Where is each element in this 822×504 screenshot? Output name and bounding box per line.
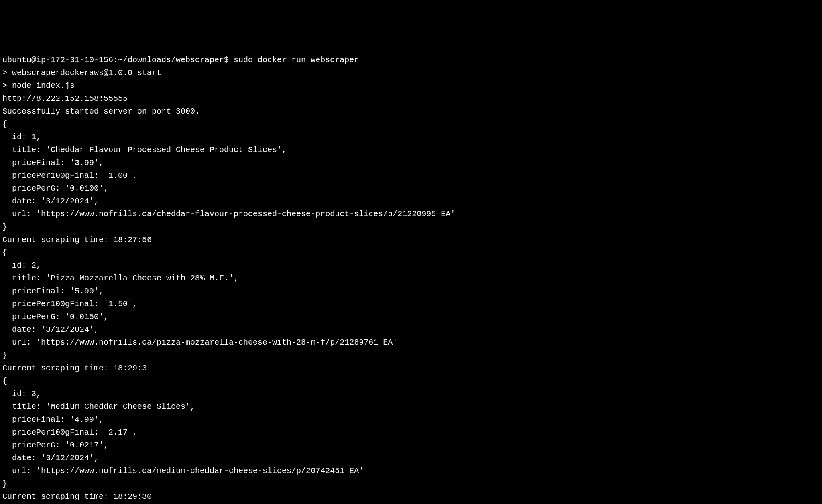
terminal-line: { (2, 246, 820, 259)
terminal-line: pricePer100gFinal: '1.50', (2, 298, 820, 311)
terminal-line: priceFinal: '5.99', (2, 285, 820, 298)
terminal-line: date: '3/12/2024', (2, 452, 820, 465)
terminal-line: } (2, 221, 820, 234)
terminal-line: id: 3, (2, 388, 820, 400)
terminal-line: id: 1, (2, 131, 820, 144)
terminal-line: { (2, 375, 820, 388)
terminal-line: { (2, 118, 820, 131)
terminal-line: pricePer100gFinal: '1.00', (2, 169, 820, 182)
terminal-line: priceFinal: '4.99', (2, 413, 820, 426)
terminal-line: Current scraping time: 18:29:3 (2, 362, 820, 375)
terminal-line: Current scraping time: 18:29:30 (2, 490, 820, 503)
terminal-line: url: 'https://www.nofrills.ca/medium-che… (2, 465, 820, 478)
terminal-line: date: '3/12/2024', (2, 323, 820, 336)
terminal-line: pricePerG: '0.0100', (2, 182, 820, 195)
terminal-line: ubuntu@ip-172-31-10-156:~/downloads/webs… (2, 54, 820, 67)
terminal-line: } (2, 349, 820, 362)
terminal-line: url: 'https://www.nofrills.ca/pizza-mozz… (2, 336, 820, 349)
terminal-line: date: '3/12/2024', (2, 195, 820, 208)
terminal-line: > webscraperdockeraws@1.0.0 start (2, 67, 820, 79)
terminal-line: priceFinal: '3.99', (2, 156, 820, 169)
terminal-line: > node index.js (2, 79, 820, 92)
terminal-output[interactable]: ubuntu@ip-172-31-10-156:~/downloads/webs… (2, 54, 820, 504)
terminal-line: title: 'Cheddar Flavour Processed Cheese… (2, 144, 820, 156)
terminal-line: pricePerG: '0.0217', (2, 439, 820, 452)
terminal-line: http://8.222.152.158:55555 (2, 92, 820, 105)
terminal-line: Successfully started server on port 3000… (2, 105, 820, 118)
terminal-line: pricePer100gFinal: '2.17', (2, 426, 820, 439)
terminal-line: title: 'Medium Cheddar Cheese Slices', (2, 400, 820, 413)
terminal-line: id: 2, (2, 259, 820, 272)
terminal-line: } (2, 478, 820, 490)
terminal-line: url: 'https://www.nofrills.ca/cheddar-fl… (2, 208, 820, 221)
terminal-line: title: 'Pizza Mozzarella Cheese with 28%… (2, 272, 820, 285)
terminal-line: Current scraping time: 18:27:56 (2, 234, 820, 246)
terminal-line: pricePerG: '0.0150', (2, 311, 820, 323)
